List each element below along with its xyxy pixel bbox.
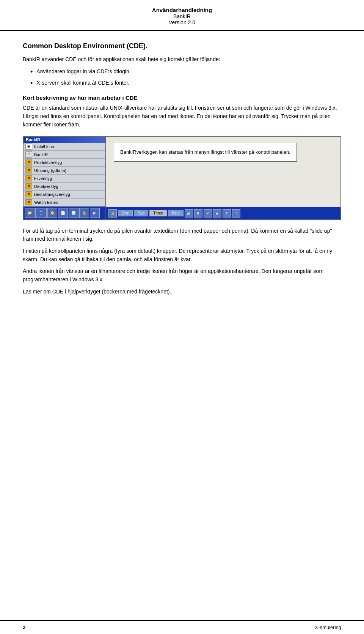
- menu-icon-install: ▣: [25, 144, 32, 150]
- menu-item-detaljverktyg[interactable]: ⚙ Detaljverktyg: [24, 183, 105, 191]
- header-title: Användarhandledning: [23, 7, 341, 13]
- menu-label-install: Install Icon: [34, 144, 54, 149]
- bankir-window-title: BankIR: [26, 137, 40, 142]
- tab-three[interactable]: Three: [149, 210, 167, 216]
- cp-icon-screen[interactable]: 🖥: [194, 209, 202, 218]
- menu-item-filverktyg[interactable]: ⚙ Filverktyg: [24, 175, 105, 183]
- menu-label-watcherrors: Watch Errors: [34, 200, 58, 205]
- bankir-titlebar: BankIR: [24, 137, 105, 143]
- section-title: Common Desktop Environment (CDE).: [23, 42, 341, 50]
- menu-icon-produktverktyg: ⚙: [25, 159, 32, 166]
- controlpanel-bar: 🔒 One Two Three Four 🖨 🖥 ✕ 🖨 T ?: [106, 207, 340, 219]
- para-terminal: För att få tag på en terminal trycker du…: [23, 227, 341, 243]
- menu-icon-filverktyg: ⚙: [25, 175, 32, 181]
- menu-label-bankir: BankIR: [34, 152, 48, 157]
- footer-section-label: X-emulering: [315, 625, 341, 630]
- menu-item-install[interactable]: ▣ Install Icon: [24, 143, 105, 151]
- menu-item-bankir[interactable]: □ BankIR: [24, 151, 105, 159]
- menu-icon-watcherrors: ⚙: [25, 199, 32, 205]
- bullet-item-2: X-servern skall komma åt CDE:s fonter.: [30, 79, 341, 89]
- cp-icon-text[interactable]: T: [223, 209, 231, 218]
- menu-label-produktverktyg: Produktverktyg: [34, 160, 62, 165]
- menu-icon-detaljverktyg: ⚙: [25, 183, 32, 189]
- short-desc-heading: Kort beskrivning av hur man arbetar i CD…: [23, 95, 341, 101]
- cp-icon-exit[interactable]: ✕: [204, 209, 212, 218]
- taskbar-icon-bell[interactable]: 🔔: [47, 208, 57, 218]
- tab-four[interactable]: Four: [168, 210, 184, 216]
- menu-label-utritning: Utritning (gdbrita): [34, 168, 66, 173]
- menu-item-produktverktyg[interactable]: ⚙ Produktverktyg: [24, 159, 105, 167]
- taskbar-icon-page[interactable]: 📄: [58, 208, 68, 218]
- header: Användarhandledning BankIR Version 2.0: [0, 0, 364, 31]
- menu-icon-bestellningsverktyg: ⚙: [25, 191, 32, 197]
- taskbar-icon-folder[interactable]: 📁: [25, 208, 35, 218]
- cp-icon-help[interactable]: ?: [232, 209, 240, 218]
- main-content: Common Desktop Environment (CDE). BankIR…: [0, 31, 364, 620]
- bankir-window: BankIR ▣ Install Icon □ BankIR ⚙ Produkt…: [24, 137, 106, 219]
- taskbar-icon-lock[interactable]: 🔒: [79, 208, 89, 218]
- tab-two[interactable]: Two: [134, 210, 148, 216]
- menu-label-bestellningsverktyg: Beställningsverktyg: [34, 192, 70, 197]
- para-ikoner: Andra ikonen från vänster är en filhante…: [23, 267, 341, 284]
- taskbar-icon-extra[interactable]: ▶: [90, 208, 100, 218]
- cp-icon-printer[interactable]: 🖨: [185, 209, 193, 218]
- bankir-window-taskbar: 📁 Dec 16 🔔 📄 📃 🔒 ▶: [24, 207, 105, 219]
- menu-item-utritning[interactable]: ⚙ Utritning (gdbrita): [24, 167, 105, 175]
- header-subtitle2: Version 2.0: [23, 19, 341, 25]
- header-subtitle1: BankIR: [23, 13, 341, 19]
- menu-label-filverktyg: Filverktyg: [34, 176, 52, 181]
- footer: 2 X-emulering: [0, 620, 364, 634]
- page: Användarhandledning BankIR Version 2.0 C…: [0, 0, 364, 634]
- menu-item-bestellningsverktyg[interactable]: ⚙ Beställningsverktyg: [24, 191, 105, 199]
- tab-one[interactable]: One: [118, 210, 133, 216]
- right-panel: BankIRverktygen kan startas från menyn l…: [106, 137, 340, 219]
- callout-area: BankIRverktygen kan startas från menyn l…: [106, 137, 340, 207]
- menu-label-detaljverktyg: Detaljverktyg: [34, 184, 58, 189]
- menu-icon-utritning: ⚙: [25, 167, 32, 173]
- para-knappar: I mitten på kontrollpanelen finns några …: [23, 247, 341, 263]
- callout-text: BankIRverktygen kan startas från menyn l…: [120, 149, 290, 155]
- intro-para: BankIR använder CDE och för att applikat…: [23, 55, 341, 64]
- bullet-item-1: Användaren loggar in via CDE:s dtlogin.: [30, 68, 341, 77]
- cp-icon-printer2[interactable]: 🖨: [213, 209, 221, 218]
- callout-box: BankIRverktygen kan startas från menyn l…: [114, 143, 297, 162]
- screenshot-area: BankIR ▣ Install Icon □ BankIR ⚙ Produkt…: [23, 136, 341, 220]
- footer-page-number: 2: [23, 625, 25, 630]
- taskbar-clock: Dec 16: [35, 208, 47, 218]
- bullet-list: Användaren loggar in via CDE:s dtlogin. …: [30, 68, 341, 89]
- menu-icon-bankir: □: [25, 151, 32, 158]
- para-las: Läs mer om CDE i hjälpverktyget (böckern…: [23, 288, 341, 296]
- cp-lock-icon[interactable]: 🔒: [108, 209, 117, 218]
- short-desc-para: CDE är en standard som nästan alla UNIX-…: [23, 104, 341, 129]
- menu-item-watcherrors[interactable]: ⚙ Watch Errors: [24, 199, 105, 207]
- taskbar-icon-doc[interactable]: 📃: [69, 208, 78, 218]
